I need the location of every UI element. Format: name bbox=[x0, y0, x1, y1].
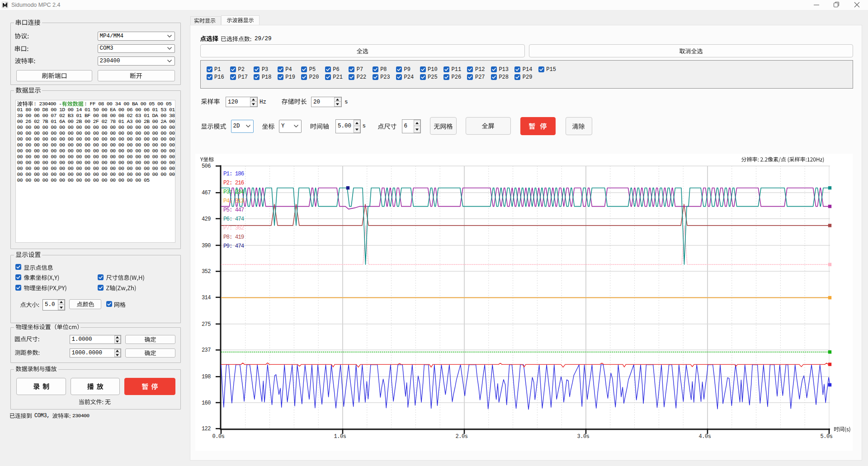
svg-text:314: 314 bbox=[202, 295, 211, 301]
svg-text:275: 275 bbox=[202, 321, 211, 328]
svg-text:0.0s: 0.0s bbox=[212, 433, 225, 440]
svg-text:237: 237 bbox=[202, 347, 211, 353]
svg-text:P1: 186: P1: 186 bbox=[223, 171, 244, 177]
svg-text:390: 390 bbox=[202, 243, 211, 249]
svg-text:P7: 362: P7: 362 bbox=[223, 225, 244, 231]
svg-text:3.0s: 3.0s bbox=[577, 433, 590, 440]
svg-text:P6: 474: P6: 474 bbox=[223, 216, 244, 222]
svg-text:5.0s: 5.0s bbox=[821, 433, 833, 440]
svg-text:P5: 447: P5: 447 bbox=[223, 207, 244, 213]
svg-text:352: 352 bbox=[202, 268, 211, 275]
svg-text:122: 122 bbox=[202, 426, 211, 432]
svg-text:429: 429 bbox=[202, 216, 211, 222]
svg-text:506: 506 bbox=[202, 163, 211, 169]
svg-text:P8: 419: P8: 419 bbox=[223, 234, 244, 240]
svg-text:1.0s: 1.0s bbox=[334, 433, 346, 440]
svg-text:P2: 216: P2: 216 bbox=[223, 180, 244, 186]
svg-text:P3: 234: P3: 234 bbox=[223, 189, 244, 195]
svg-text:P9: 474: P9: 474 bbox=[223, 243, 244, 249]
svg-text:198: 198 bbox=[202, 374, 211, 380]
svg-text:2.0s: 2.0s bbox=[456, 433, 468, 440]
svg-text:467: 467 bbox=[202, 190, 211, 196]
svg-text:4.0s: 4.0s bbox=[699, 433, 711, 440]
svg-text:P4: 313: P4: 313 bbox=[223, 198, 244, 204]
svg-text:160: 160 bbox=[202, 400, 211, 406]
